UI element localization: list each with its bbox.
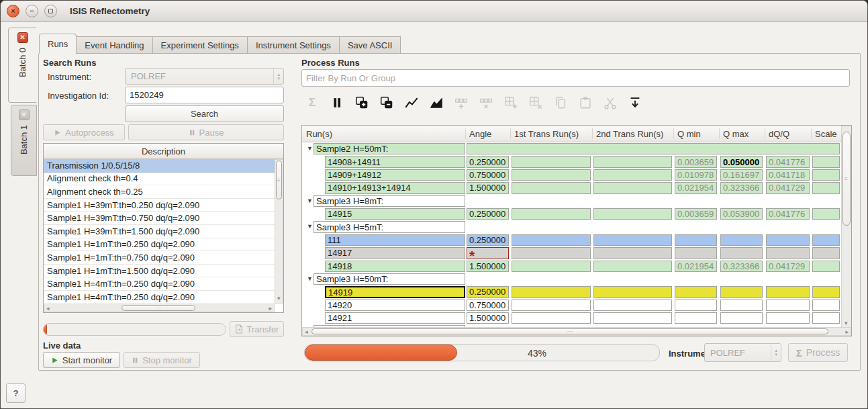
group-name-cell[interactable]: Sample2 H=50mT: [314,143,465,154]
dq-cell[interactable]: 0.041776 [766,156,810,167]
column-header-scale[interactable]: Scale [815,126,837,142]
first-trans-cell[interactable] [512,247,591,259]
dq-cell[interactable] [766,247,810,259]
qmin-cell[interactable] [675,247,717,259]
scroll-down-icon[interactable]: ▾ [277,296,281,302]
qmin-cell[interactable] [675,286,717,298]
bottom-instrument-select[interactable]: POLREF ▴▾ [704,343,781,362]
scroll-left-icon[interactable]: ◂ [305,329,308,335]
group-name-cell[interactable]: Sample3 H=5mT: [314,221,465,232]
run-cell[interactable]: 14918 [325,261,465,272]
first-trans-cell[interactable] [512,208,591,220]
search-result-row[interactable]: Sample1 H=4mT:th=0.250 dq/q=2.090 [44,277,275,291]
search-result-row[interactable]: Sample1 H=39mT:th=1.500 dq/q=2.090 [44,225,275,238]
paste-icon[interactable] [577,94,593,111]
investigation-id-input[interactable] [125,87,284,103]
process-button[interactable]: Σ Process [788,343,848,362]
spinner-arrows-icon[interactable]: ▴▾ [771,344,781,361]
qmax-cell[interactable] [720,234,763,246]
insert-group-icon[interactable] [503,94,519,111]
search-instrument-select[interactable]: POLREF ▴▾ [125,68,284,85]
plot-processed-icon[interactable] [428,94,444,111]
expand-arrow-icon[interactable]: ▼ [307,145,313,152]
second-trans-cell[interactable] [593,182,672,193]
qmax-cell[interactable] [720,300,763,311]
scroll-left-icon[interactable]: ◂ [46,306,50,312]
angle-cell[interactable]: * [467,247,509,259]
tab-event-handling[interactable]: Event Handling [77,36,152,54]
table-hscroll-thumb[interactable]: ⋯ [311,328,828,334]
run-cell[interactable]: 14909+14912 [325,169,465,181]
qmax-cell[interactable]: 0.161697 [720,169,763,181]
collapse-all-icon[interactable] [379,94,395,111]
run-cell[interactable]: 111 [325,234,465,246]
column-header-dq-q[interactable]: dQ/Q [769,126,789,142]
copy-icon[interactable] [552,94,569,111]
qmax-cell[interactable]: 0.323366 [720,182,763,193]
tab-experiment-settings[interactable]: Experiment Settings [152,36,247,54]
qmax-cell[interactable] [720,312,763,324]
dq-cell[interactable] [766,286,810,298]
first-trans-cell[interactable] [512,286,591,298]
first-trans-cell[interactable] [512,234,591,246]
tab-runs[interactable]: Runs [39,34,77,54]
qmin-cell[interactable] [675,300,717,311]
batch-tab-0[interactable]: ✕Batch 0 [8,28,37,103]
column-header-run-s-[interactable]: Run(s) [306,126,332,142]
insert-row-icon[interactable] [453,94,469,111]
search-result-row[interactable]: Sample1 H=39mT:th=0.250 dq/q=2.090 [44,199,275,212]
search-result-row[interactable]: Sample1 H=1mT:th=0.750 dq/q=2.090 [44,251,275,265]
results-hscroll-thumb[interactable]: ⋯ [122,305,195,311]
angle-cell[interactable]: 1.500000 [467,182,509,193]
sum-icon[interactable]: Σ [304,94,320,111]
column-header-1st-trans-run-s-[interactable]: 1st Trans Run(s) [514,126,579,142]
angle-cell[interactable]: 1.500000 [467,261,509,272]
scale-cell[interactable] [812,261,840,272]
qmin-cell[interactable]: 0.003659 [675,156,717,167]
qmin-cell[interactable]: 0.003659 [675,208,717,220]
group-name-cell[interactable]: Sample3 H=50mT: [314,273,465,285]
run-cell[interactable]: 14908+14911 [325,156,465,167]
qmin-cell[interactable]: 0.021954 [675,182,717,193]
start-monitor-button[interactable]: Start monitor [43,352,120,368]
qmin-cell[interactable]: 0.010978 [675,169,717,181]
angle-cell[interactable]: 1.500000 [467,312,509,324]
run-cell[interactable]: 14920 [325,300,465,311]
first-trans-cell[interactable] [512,169,591,181]
window-minimize-button[interactable]: − [26,5,38,17]
search-result-row[interactable]: Transmission 1/0.5/15/8 [44,159,275,173]
cut-icon[interactable] [602,94,618,111]
search-result-row[interactable]: Sample1 H=1mT:th=1.500 dq/q=2.090 [44,265,275,278]
second-trans-cell[interactable] [593,286,672,298]
scale-cell[interactable] [812,169,840,181]
scroll-down-icon[interactable]: ▾ [845,320,848,326]
results-header[interactable]: Description [44,144,283,159]
pause-button[interactable]: Pause [128,124,284,140]
second-trans-cell[interactable] [593,312,672,324]
angle-cell[interactable]: 0.250000 [467,156,509,167]
window-close-button[interactable]: × [7,5,19,17]
column-header-2nd-trans-run-s-[interactable]: 2nd Trans Run(s) [596,126,663,142]
second-trans-cell[interactable] [593,247,672,259]
delete-group-icon[interactable] [528,94,544,111]
tab-save-ascii[interactable]: Save ASCII [339,36,401,54]
expand-arrow-icon[interactable]: ▼ [307,275,313,282]
dq-cell[interactable]: 0.041729 [766,182,810,193]
batch-tab-close-icon[interactable]: ✕ [19,109,30,120]
second-trans-cell[interactable] [593,234,672,246]
qmax-cell[interactable]: 0.053900 [720,208,763,220]
scale-cell[interactable] [812,247,840,259]
scale-cell[interactable] [812,182,840,193]
window-maximize-button[interactable] [44,5,57,17]
first-trans-cell[interactable] [512,300,591,311]
qmin-cell[interactable] [675,312,717,324]
second-trans-cell[interactable] [593,300,672,311]
delete-row-icon[interactable] [478,94,494,111]
batch-tab-close-icon[interactable]: ✕ [17,32,28,43]
scale-cell[interactable] [812,300,840,311]
dq-cell[interactable]: 0.041718 [766,169,810,181]
qmax-cell[interactable] [720,247,763,259]
process-table-header[interactable]: Run(s)Angle1st Trans Run(s)2nd Trans Run… [302,126,851,142]
second-trans-cell[interactable] [593,156,672,167]
group-name-cell[interactable]: Sample3 H=8mT: [314,195,465,207]
